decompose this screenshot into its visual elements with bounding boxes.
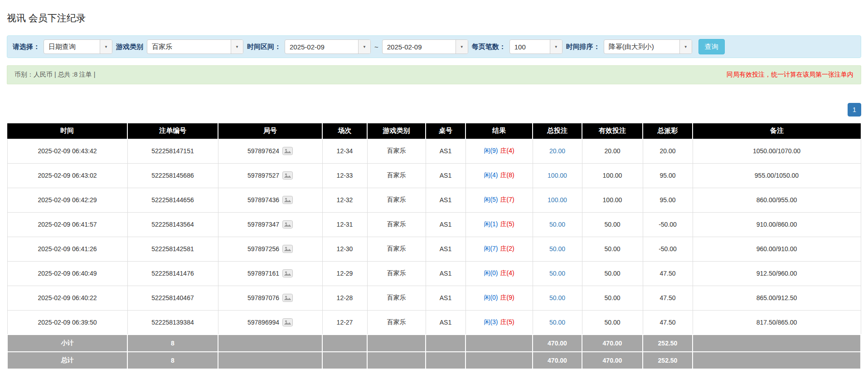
cell-table-no: AS1 bbox=[426, 286, 466, 310]
result-banker: 庄(7) bbox=[500, 196, 514, 203]
cell-bet-id: 522258145686 bbox=[127, 163, 218, 188]
chevron-down-icon[interactable]: ▼ bbox=[456, 40, 468, 53]
grand-total-row: 总计8470.00470.00252.50 bbox=[7, 352, 861, 369]
table-header: 时间注单编号局号场次游戏类别桌号结果总投注有效投注总派彩备注 bbox=[7, 123, 861, 139]
total-bet-link[interactable]: 50.00 bbox=[549, 319, 565, 326]
column-header-8: 总投注 bbox=[533, 123, 582, 139]
total-bet-link[interactable]: 50.00 bbox=[549, 294, 565, 301]
cell-round-id: 597897161 bbox=[218, 261, 322, 286]
round-number: 597897161 bbox=[247, 270, 279, 277]
date-from-value: 2025-02-09 bbox=[285, 40, 358, 53]
filter-bar: 请选择： 日期查询 ▼ 游戏类别 百家乐 ▼ 时间区间： 2025-02-09 … bbox=[7, 35, 861, 58]
cell-note: 865.00/912.50 bbox=[693, 286, 861, 310]
cell-valid-bet: 50.00 bbox=[582, 237, 643, 261]
cell-bet-id: 522258144656 bbox=[127, 188, 218, 212]
sort-value: 降幂(由大到小) bbox=[604, 40, 679, 53]
grand-total-row-cell-8: 470.00 bbox=[533, 352, 582, 369]
cell-bet-id: 522258142581 bbox=[127, 237, 218, 261]
result-player: 闲(4) bbox=[484, 171, 498, 179]
cell-note: 910.00/860.00 bbox=[693, 212, 861, 237]
date-from-select[interactable]: 2025-02-09 ▼ bbox=[285, 39, 371, 54]
game-type-label: 游戏类别 bbox=[116, 43, 143, 51]
chevron-down-icon[interactable]: ▼ bbox=[100, 40, 112, 53]
summary-notice: 同局有效投注，统一计算在该局第一张注单内 bbox=[727, 71, 853, 79]
query-type-value: 日期查询 bbox=[44, 40, 100, 53]
result-player: 闲(7) bbox=[484, 245, 498, 252]
roadmap-image-icon[interactable] bbox=[282, 269, 293, 277]
grand-total-row-cell-4 bbox=[322, 352, 367, 369]
roadmap-image-icon[interactable] bbox=[282, 171, 293, 180]
page-container: 视讯 会员下注纪录 请选择： 日期查询 ▼ 游戏类别 百家乐 ▼ 时间区间： 2… bbox=[0, 0, 868, 369]
column-header-11: 备注 bbox=[693, 123, 861, 139]
roadmap-image-icon[interactable] bbox=[282, 220, 293, 228]
cell-payout: 47.50 bbox=[643, 261, 693, 286]
cell-game-type: 百家乐 bbox=[367, 261, 426, 286]
table-body: 2025-02-09 06:43:42522258147151597897624… bbox=[7, 139, 861, 335]
cell-valid-bet: 20.00 bbox=[582, 139, 643, 163]
cell-result: 闲(7)庄(2) bbox=[466, 237, 533, 261]
cell-session: 12-29 bbox=[322, 261, 367, 286]
cell-round-id: 597897436 bbox=[218, 188, 322, 212]
chevron-down-icon[interactable]: ▼ bbox=[679, 40, 692, 53]
cell-table-no: AS1 bbox=[426, 261, 466, 286]
cell-game-type: 百家乐 bbox=[367, 212, 426, 237]
result-player: 闲(0) bbox=[484, 294, 498, 301]
total-bet-link[interactable]: 50.00 bbox=[549, 245, 565, 253]
cell-bet-id: 522258139384 bbox=[127, 310, 218, 335]
cell-payout: 95.00 bbox=[643, 188, 693, 212]
cell-time: 2025-02-09 06:43:02 bbox=[7, 163, 127, 188]
cell-total-bet: 50.00 bbox=[533, 212, 582, 237]
result-player: 闲(5) bbox=[484, 196, 498, 203]
grand-total-row-cell-9: 470.00 bbox=[582, 352, 643, 369]
cell-bet-id: 522258140467 bbox=[127, 286, 218, 310]
cell-session: 12-27 bbox=[322, 310, 367, 335]
pagination-page-1[interactable]: 1 bbox=[848, 103, 861, 117]
cell-total-bet: 100.00 bbox=[533, 188, 582, 212]
cell-payout: 47.50 bbox=[643, 310, 693, 335]
cell-round-id: 597897624 bbox=[218, 139, 322, 163]
column-header-3: 局号 bbox=[218, 123, 322, 139]
cell-result: 闲(9)庄(4) bbox=[466, 139, 533, 163]
sort-select[interactable]: 降幂(由大到小) ▼ bbox=[604, 39, 692, 54]
cell-session: 12-31 bbox=[322, 212, 367, 237]
roadmap-image-icon[interactable] bbox=[282, 318, 293, 326]
date-to-select[interactable]: 2025-02-09 ▼ bbox=[382, 39, 468, 54]
cell-note: 955.00/1050.00 bbox=[693, 163, 861, 188]
subtotal-row-cell-3 bbox=[218, 335, 322, 352]
cell-session: 12-32 bbox=[322, 188, 367, 212]
search-button[interactable]: 查询 bbox=[698, 39, 725, 54]
grand-total-row-cell-7 bbox=[466, 352, 533, 369]
result-banker: 庄(9) bbox=[500, 294, 514, 301]
total-bet-link[interactable]: 100.00 bbox=[548, 172, 567, 179]
roadmap-image-icon[interactable] bbox=[282, 245, 293, 253]
table-row: 2025-02-09 06:43:42522258147151597897624… bbox=[7, 139, 861, 163]
total-bet-link[interactable]: 100.00 bbox=[548, 196, 567, 204]
query-type-select[interactable]: 日期查询 ▼ bbox=[44, 39, 112, 54]
roadmap-image-icon[interactable] bbox=[282, 294, 293, 302]
page-size-select[interactable]: 100 ▼ bbox=[509, 39, 563, 54]
chevron-down-icon[interactable]: ▼ bbox=[550, 40, 562, 53]
roadmap-image-icon[interactable] bbox=[282, 196, 293, 204]
game-type-select[interactable]: 百家乐 ▼ bbox=[147, 39, 243, 54]
total-bet-link[interactable]: 50.00 bbox=[549, 221, 565, 228]
roadmap-image-icon[interactable] bbox=[282, 147, 293, 155]
grand-total-row-cell-1: 总计 bbox=[7, 352, 127, 369]
cell-round-id: 597897076 bbox=[218, 286, 322, 310]
total-bet-link[interactable]: 20.00 bbox=[549, 147, 565, 155]
cell-payout: 95.00 bbox=[643, 163, 693, 188]
cell-table-no: AS1 bbox=[426, 237, 466, 261]
chevron-down-icon[interactable]: ▼ bbox=[231, 40, 243, 53]
result-banker: 庄(5) bbox=[500, 220, 514, 228]
total-bet-link[interactable]: 50.00 bbox=[549, 270, 565, 277]
cell-valid-bet: 100.00 bbox=[582, 163, 643, 188]
table-row: 2025-02-09 06:42:29522258144656597897436… bbox=[7, 188, 861, 212]
cell-time: 2025-02-09 06:39:50 bbox=[7, 310, 127, 335]
cell-result: 闲(3)庄(5) bbox=[466, 310, 533, 335]
cell-session: 12-28 bbox=[322, 286, 367, 310]
round-number: 597897347 bbox=[247, 221, 279, 228]
subtotal-row-cell-10: 252.50 bbox=[643, 335, 693, 352]
cell-session: 12-34 bbox=[322, 139, 367, 163]
chevron-down-icon[interactable]: ▼ bbox=[358, 40, 370, 53]
cell-payout: -50.00 bbox=[643, 237, 693, 261]
cell-result: 闲(0)庄(9) bbox=[466, 286, 533, 310]
